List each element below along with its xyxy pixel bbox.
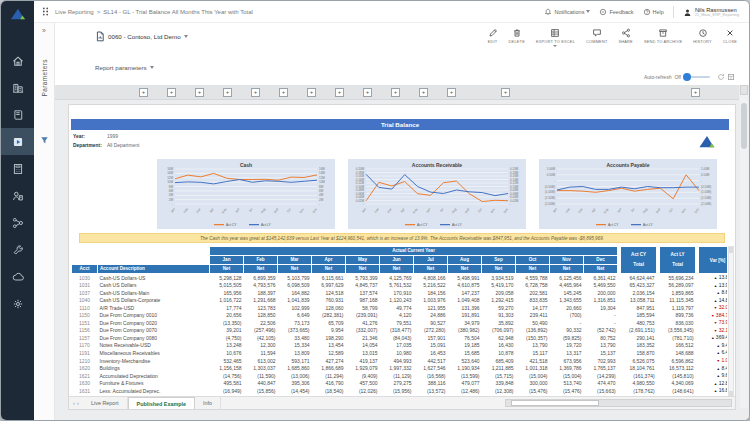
history-icon [698,28,708,38]
net-cell: 13,317 [550,349,584,357]
net-cell: 19,185 [448,342,482,350]
svg-text:Jun: Jun [234,207,240,214]
net-cell: (15,004) [516,372,550,380]
net-cell: 58,799 [346,304,380,312]
sidebar-item-budgeting[interactable] [1,155,34,182]
app-logo[interactable] [1,1,34,25]
notifications-button[interactable]: Notifications [544,8,590,16]
pencil-icon [488,28,498,38]
sidebar-item-settings[interactable] [1,290,34,317]
filter-funnel-icon[interactable] [40,131,49,149]
caret-down-icon [184,35,188,38]
delete-button[interactable]: DELETE [509,28,525,47]
act-cy-cell: 64,624,447 [621,274,657,282]
net-header: Net [550,265,584,274]
sidebar-item-workflow[interactable] [1,209,34,236]
tab-prev-button[interactable]: ‹ [73,400,75,406]
sidebar-item-publications[interactable] [1,101,34,128]
send-to-archive-button[interactable]: SEND TO ARCHIVE [644,28,682,47]
sidebar-item-tools[interactable] [1,236,34,263]
scrollbar-thumb[interactable] [741,103,747,149]
acct-cell: 1031 [72,282,98,290]
grip-icon[interactable] [42,7,49,16]
share-button[interactable]: SHARE [619,28,633,47]
scrollbar-thumb[interactable] [511,400,599,406]
net-cell: 10,980 [380,349,414,357]
svg-text:Sep: Sep [273,207,280,214]
column-expand-button[interactable]: + [195,88,204,97]
net-cell: 19,304 [584,304,618,312]
column-expand-button[interactable]: + [251,88,260,97]
net-cell: 191,891 [448,312,482,320]
column-expand-button[interactable]: + [447,88,456,97]
rail-expand-button[interactable]: » [34,27,54,34]
sidebar-item-reports[interactable] [1,128,34,155]
sidebar [1,1,34,420]
svg-text:Nov: Nov [490,207,497,214]
user-menu[interactable]: Nils Rasmussen 21_Maas_ERP_Reporting [683,7,739,17]
schedule-grid-icon[interactable] [727,73,735,81]
column-expand-button[interactable]: + [419,88,428,97]
column-expand-button[interactable]: + [363,88,372,97]
column-expand-button[interactable]: + [691,88,700,97]
svg-text:(0.50M): (0.50M) [545,185,555,189]
sidebar-item-cloud[interactable] [1,263,34,290]
table-scrollbar[interactable] [728,246,734,398]
column-expand-button[interactable]: + [223,88,232,97]
report-parameters-toggle[interactable]: Report parameters [95,64,154,71]
column-expand-button[interactable]: + [501,88,510,97]
net-cell: (282,381) [312,312,346,320]
sidebar-nav [1,47,34,317]
entity-selector[interactable]: 0060 - Contoso, Ltd Demo [95,31,188,42]
net-cell: 395,306 [278,380,312,388]
tab-published-example[interactable]: Published Example [128,397,195,409]
column-expand-button[interactable]: + [279,88,288,97]
description-cell: Notes Receivable-USD [98,342,210,350]
description-cell: Inventory-Merchandise [98,357,210,365]
svg-text:8M: 8M [169,185,174,189]
net-cell: (16,568) [414,372,448,380]
toggle-knob[interactable] [683,73,691,81]
edit-button[interactable]: EDIT [488,28,498,47]
sidebar-item-people[interactable] [1,182,34,209]
acct-cell: 1630 [72,380,98,388]
refresh-icon[interactable] [717,73,725,81]
svg-text:(2.00M): (2.00M) [545,202,555,206]
tab-live-report[interactable]: Live Report [83,397,128,409]
feedback-button[interactable]: Feedback [599,8,633,16]
column-expand-button[interactable]: + [167,88,176,97]
tab-next-button[interactable]: › [77,400,79,406]
var-cell: ▼ 384.79% [699,312,727,320]
net-cell: 14,177 [516,304,550,312]
horizontal-scrollbar[interactable] [505,399,732,407]
column-outline-strip: ++++++++++++++ [55,85,739,100]
net-cell: 15,137 [584,349,618,357]
net-cell: 3,934,519 [482,274,516,282]
comment-button[interactable]: COMMENT [586,28,608,47]
sidebar-item-home[interactable] [1,47,34,74]
tab-info[interactable]: Info [195,397,221,409]
net-cell: (13,572) [414,387,448,395]
vertical-scrollbar[interactable] [740,85,748,408]
auto-refresh-toggle[interactable] [684,76,710,78]
net-cell: (42,105) [244,334,278,342]
net-cell: 6,899,359 [244,274,278,282]
net-cell: 613,002 [244,357,278,365]
column-expand-button[interactable]: + [307,88,316,97]
table-row: 1191Miscellaneous Receivables10,67611,59… [72,349,728,357]
breadcrumb-root[interactable]: Live Reporting [55,9,94,15]
net-cell: 6,125,456 [550,274,584,282]
close-button[interactable]: CLOSE [723,28,737,47]
excel-icon [550,28,560,38]
history-button[interactable]: HISTORY [693,28,712,47]
net-cell: 90,527 [414,319,448,327]
var-cell: ▲ 12.86% [699,380,727,388]
column-expand-button[interactable]: + [391,88,400,97]
help-button[interactable]: Help [643,8,664,16]
column-expand-button[interactable]: + [335,88,344,97]
net-cell: 494,993 [380,357,414,365]
export-to-excel-button[interactable]: EXPORT TO EXCEL [536,28,575,47]
reports-icon [12,136,24,148]
column-expand-button[interactable]: + [139,88,148,97]
sidebar-item-company[interactable] [1,74,34,101]
